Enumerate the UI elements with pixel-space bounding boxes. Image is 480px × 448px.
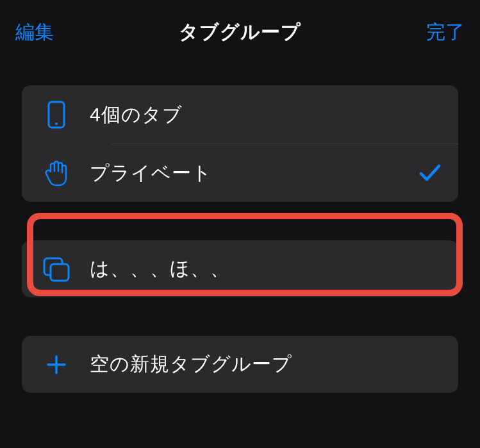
section-default: 4個のタブ プライベート — [22, 85, 458, 202]
header: 編集 タブグループ 完了 — [0, 0, 480, 58]
svg-rect-3 — [51, 264, 69, 281]
hand-icon — [37, 160, 76, 187]
tab-group-icon — [37, 256, 76, 282]
row-tab-group[interactable]: は、、、ほ、、 — [22, 240, 458, 297]
row-private[interactable]: プライベート — [22, 144, 458, 202]
checkmark-icon — [417, 163, 443, 183]
section-groups: は、、、ほ、、 — [22, 240, 458, 297]
device-phone-icon — [37, 101, 76, 129]
done-button[interactable]: 完了 — [426, 19, 465, 46]
svg-point-1 — [55, 122, 58, 125]
plus-icon — [37, 354, 76, 376]
row-new-tab-group[interactable]: 空の新規タブグループ — [22, 336, 458, 393]
edit-button[interactable]: 編集 — [15, 19, 54, 46]
section-new: 空の新規タブグループ — [22, 336, 458, 393]
row-tabs[interactable]: 4個のタブ — [22, 85, 458, 144]
page-title: タブグループ — [179, 19, 301, 46]
row-tab-group-label: は、、、ほ、、 — [90, 256, 443, 282]
row-tabs-label: 4個のタブ — [90, 102, 443, 128]
row-private-label: プライベート — [90, 160, 417, 187]
row-new-tab-group-label: 空の新規タブグループ — [90, 351, 443, 377]
